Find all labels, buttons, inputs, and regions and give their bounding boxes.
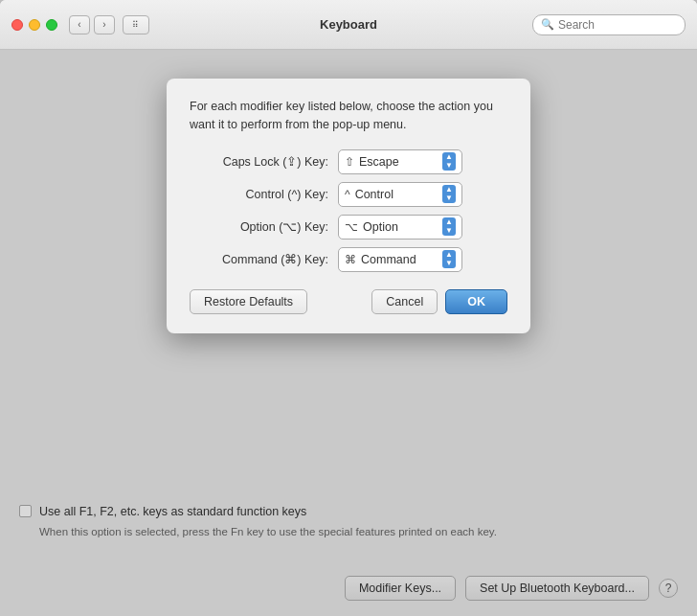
caps-lock-select[interactable]: ⇧ Escape ▲▼ <box>338 149 462 174</box>
command-value: Command <box>361 253 438 266</box>
modal-overlay: For each modifier key listed below, choo… <box>0 50 697 616</box>
nav-buttons: ‹ › ⠿ <box>69 15 149 34</box>
control-label: Control (^) Key: <box>190 188 328 201</box>
close-button[interactable] <box>11 19 23 31</box>
modal-description: For each modifier key listed below, choo… <box>190 98 507 134</box>
option-select[interactable]: ⌥ Option ▲▼ <box>338 215 462 240</box>
back-button[interactable]: ‹ <box>69 15 90 34</box>
control-value: Control <box>355 188 438 201</box>
caps-lock-chevron: ▲▼ <box>442 152 456 171</box>
content-area: For each modifier key listed below, choo… <box>0 50 697 616</box>
caps-lock-value: Escape <box>359 155 438 169</box>
caps-lock-row: Caps Lock (⇪) Key: ⇧ Escape ▲▼ <box>190 149 507 174</box>
maximize-button[interactable] <box>46 19 57 31</box>
caps-lock-icon: ⇧ <box>345 155 354 169</box>
grid-button[interactable]: ⠿ <box>123 15 149 34</box>
search-input[interactable] <box>558 18 677 32</box>
option-label: Option (⌥) Key: <box>190 219 328 234</box>
command-label: Command (⌘) Key: <box>190 252 328 266</box>
option-chevron: ▲▼ <box>442 217 456 237</box>
traffic-lights <box>11 19 57 31</box>
restore-defaults-button[interactable]: Restore Defaults <box>190 289 307 314</box>
command-icon: ⌘ <box>345 253 356 266</box>
ok-cancel-group: Cancel OK <box>371 289 507 314</box>
command-row: Command (⌘) Key: ⌘ Command ▲▼ <box>190 247 507 272</box>
forward-button[interactable]: › <box>94 15 115 34</box>
command-select[interactable]: ⌘ Command ▲▼ <box>338 247 462 272</box>
titlebar: ‹ › ⠿ Keyboard 🔍 <box>0 0 697 50</box>
caps-lock-label: Caps Lock (⇪) Key: <box>190 154 328 169</box>
ok-button[interactable]: OK <box>445 289 507 314</box>
modal-buttons: Restore Defaults Cancel OK <box>190 289 507 314</box>
option-icon: ⌥ <box>345 220 358 234</box>
option-row: Option (⌥) Key: ⌥ Option ▲▼ <box>190 215 507 240</box>
control-select[interactable]: ^ Control ▲▼ <box>338 182 462 207</box>
control-row: Control (^) Key: ^ Control ▲▼ <box>190 182 507 207</box>
search-box[interactable]: 🔍 <box>532 14 686 35</box>
modifier-keys-dialog: For each modifier key listed below, choo… <box>167 79 530 333</box>
cancel-button[interactable]: Cancel <box>371 289 438 314</box>
control-chevron: ▲▼ <box>442 185 456 204</box>
window-title: Keyboard <box>320 17 377 32</box>
keyboard-window: ‹ › ⠿ Keyboard 🔍 For each modifier key l… <box>0 0 697 616</box>
minimize-button[interactable] <box>29 19 40 31</box>
option-value: Option <box>363 220 438 234</box>
control-icon: ^ <box>345 188 350 201</box>
search-icon: 🔍 <box>541 18 554 31</box>
command-chevron: ▲▼ <box>442 250 456 269</box>
